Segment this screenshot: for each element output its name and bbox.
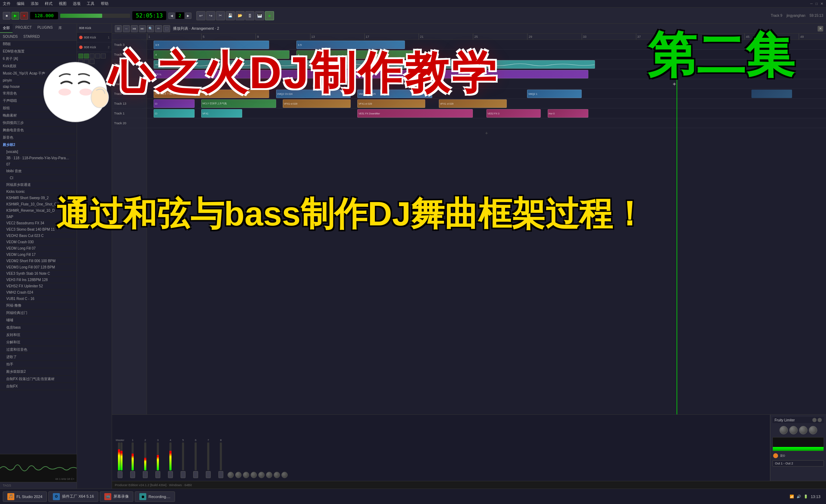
pl-btn-back[interactable]: ⏮: [131, 25, 138, 32]
track-label-5[interactable]: Track 5: [112, 59, 147, 69]
tb-icon-redo[interactable]: ↪: [206, 11, 215, 20]
mixer-fader-4[interactable]: [168, 471, 173, 478]
sidebar-item-13[interactable]: 新音色: [0, 134, 77, 141]
track-label-12[interactable]: Track 12: [112, 89, 147, 99]
mixer-knob-4[interactable]: [251, 472, 257, 478]
window-minimize-btn[interactable]: ─: [810, 2, 813, 6]
pat-btn-4[interactable]: [95, 54, 100, 58]
track-row-14[interactable]: CI VFX1 VE51 FX Downlifter VE52 FX 0 Hor…: [147, 108, 826, 118]
fl-fx-indicator[interactable]: [773, 453, 778, 458]
sidebar-item-36[interactable]: VEHS2 FX Uplimiter 52: [0, 283, 77, 289]
mixer-fader-master[interactable]: [118, 471, 122, 478]
clip-12-4[interactable]: VMQ2 1: [527, 90, 581, 98]
sidebar-item-4[interactable]: Music-26_Yip/月 Acap 干声: [0, 70, 77, 77]
menu-item-help[interactable]: 帮助: [101, 1, 108, 6]
track-label-9[interactable]: Track 9: [112, 79, 147, 89]
menu-item-add[interactable]: 添加: [31, 1, 38, 6]
track-row-3[interactable]: 3.5 3.5: [147, 40, 826, 50]
tab-plugins[interactable]: PLUGINS: [35, 24, 56, 33]
mixer-knob-8[interactable]: [281, 472, 288, 478]
sidebar-item-15[interactable]: [vocals]: [0, 149, 77, 155]
clip-12-3[interactable]: VMQ2 Cart 025: [357, 90, 432, 98]
sidebar-item-31[interactable]: VEOM Long Fill 17: [0, 252, 77, 258]
fl-output-selector[interactable]: Out 1 - Out 2: [772, 460, 824, 467]
pat-btn-1[interactable]: [78, 54, 83, 58]
clip-3-1[interactable]: 3.5: [154, 41, 269, 49]
sidebar-item-17[interactable]: 07: [0, 161, 77, 168]
track-row-12[interactable]: VFX1·顺耳下落(3) VMQ2 Ch 024 VMQ2 Cart 025 V…: [147, 89, 826, 99]
mixer-knob-6[interactable]: [266, 472, 272, 478]
cr-channel-2[interactable]: 808 Kick 2: [77, 42, 112, 52]
sidebar-item-35[interactable]: VEH3 Fill Ins 128BPM 128: [0, 277, 77, 283]
track-label-6[interactable]: Track 6: [112, 69, 147, 79]
tb-icon-mixer[interactable]: 🎛: [245, 11, 254, 20]
pattern-prev-btn[interactable]: ◀: [168, 13, 175, 19]
track-label-13[interactable]: Track 13: [112, 99, 147, 108]
fl-btn-1[interactable]: [812, 418, 817, 422]
sidebar-item-30[interactable]: VEOM Long Fill 07: [0, 245, 77, 252]
tab-starred[interactable]: STARRED: [21, 33, 43, 40]
tab-all[interactable]: 全部: [0, 24, 13, 33]
clip-5-vocals[interactable]: vocals: [154, 60, 595, 69]
track-row-5[interactable]: vocals: [147, 59, 826, 69]
mixer-knob-2[interactable]: [235, 472, 241, 478]
pl-btn-fwd[interactable]: ⏭: [139, 25, 146, 32]
pat-btn-8[interactable]: [90, 59, 94, 64]
fl-knob-1[interactable]: [779, 426, 788, 434]
clip-4-1[interactable]: 4: [154, 50, 289, 59]
taskbar-item-pluginfactory[interactable]: ⚙ 插件工厂 X64 5.16: [48, 491, 98, 502]
menu-item-style[interactable]: 样式: [45, 1, 52, 6]
sidebar-item-28[interactable]: VEOH2 Bass Cut 023 C: [0, 233, 77, 239]
track-label-4[interactable]: Track 4: [112, 50, 147, 59]
track-row-9[interactable]: ✦: [147, 79, 826, 89]
sidebar-item-25[interactable]: SAP: [0, 214, 77, 220]
pat-btn-5[interactable]: [101, 54, 106, 58]
menu-item-options[interactable]: 选项: [73, 1, 80, 6]
progress-bar[interactable]: [60, 14, 130, 18]
sidebar-item-46[interactable]: 进歌了: [0, 354, 77, 361]
sidebar-item-14[interactable]: 殿乡鼓2: [0, 141, 77, 149]
sidebar-item-6[interactable]: slap house: [0, 84, 77, 90]
mixer-knob-5[interactable]: [258, 472, 265, 478]
play-btn[interactable]: ▶: [12, 12, 19, 20]
sidebar-item-38[interactable]: VUB1 Root C - 16: [0, 296, 77, 302]
sidebar-item-41[interactable]: 哺哺: [0, 317, 77, 324]
sidebar-item-22[interactable]: KSHMR Short Sweep 09_2: [0, 195, 77, 201]
track-label-20[interactable]: Track 20: [112, 118, 147, 128]
cr-channel-1[interactable]: 808 Kick 1: [77, 33, 112, 42]
tb-icon-undo[interactable]: ↩: [196, 11, 205, 20]
pl-btn-select[interactable]: ⬚: [163, 25, 170, 32]
sidebar-item-11[interactable]: 快四慢四三步: [0, 119, 77, 127]
window-maximize-btn[interactable]: □: [816, 2, 818, 6]
sidebar-item-8[interactable]: 干声唱唱: [0, 97, 77, 105]
sidebar-item-24[interactable]: KSHMR_Reverse_Vocal_10_D: [0, 208, 77, 214]
fl-knob-2[interactable]: [789, 426, 798, 434]
sidebar-item-47[interactable]: 拍手: [0, 361, 77, 368]
sidebar-item-7[interactable]: 常用音色: [0, 90, 77, 97]
fl-knob-3[interactable]: [799, 426, 807, 434]
clip-12-1[interactable]: VFX1·顺耳下落(3): [154, 90, 269, 98]
tab-sounds[interactable]: SOUNDS: [0, 33, 21, 40]
fl-knob-4[interactable]: [809, 426, 817, 434]
taskbar-item-flstudio[interactable]: 🎵 FL Studio 2024: [3, 491, 47, 502]
stop-btn[interactable]: ■: [3, 12, 10, 20]
window-close-btn[interactable]: ✕: [820, 2, 823, 6]
tb-icon-save[interactable]: 💾: [226, 11, 235, 20]
sidebar-item-12[interactable]: 舞曲电音音色: [0, 127, 77, 134]
track-label-14[interactable]: Track 1: [112, 108, 147, 118]
sidebar-item-32[interactable]: VEOM2 Short Fill 006 100 BPM: [0, 258, 77, 264]
clip-6-1[interactable]: FX b.: [154, 70, 228, 78]
mixer-fader-7[interactable]: [206, 471, 211, 478]
mixer-fader-6[interactable]: [193, 471, 198, 478]
tab-project[interactable]: PROJECT: [13, 24, 35, 33]
sidebar-item-50[interactable]: 自制FX: [0, 383, 77, 390]
clip-4-2[interactable]: 4: [296, 50, 419, 59]
menu-item-view[interactable]: 视图: [59, 1, 66, 6]
pl-btn-magnet[interactable]: ⊞: [115, 25, 122, 32]
clip-14-4[interactable]: VE52 FX 0: [486, 109, 541, 118]
sidebar-item-10[interactable]: 晚曲素材: [0, 112, 77, 119]
add-track-btn[interactable]: +: [147, 128, 826, 138]
sidebar-item-23[interactable]: KSHMR_Flute_10_One_Shot_G#m: [0, 201, 77, 208]
sidebar-item-27[interactable]: VEC3 Slomo Beat 140 BPM 11: [0, 226, 77, 233]
mixer-fader-8[interactable]: [218, 471, 223, 478]
